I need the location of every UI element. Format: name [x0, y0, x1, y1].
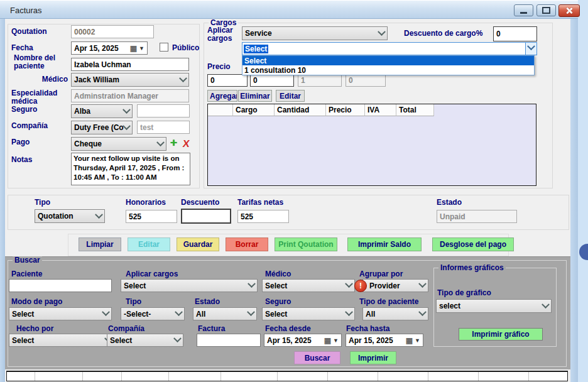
background-decoration — [579, 244, 588, 260]
chevron-down-icon — [418, 308, 427, 316]
fecha-datepicker[interactable]: Apr 15, 2025 ▦ ▼ — [71, 41, 148, 55]
close-button[interactable] — [558, 4, 580, 17]
descuento-field[interactable] — [181, 209, 231, 224]
medico-label: Médico — [11, 75, 68, 84]
descuento-cargo-field[interactable]: 0 — [493, 26, 537, 41]
chevron-down-icon — [418, 280, 427, 288]
column-header-cargo[interactable]: Cargo — [233, 104, 275, 116]
aplicar-cargos-combobox[interactable]: Service — [242, 26, 388, 40]
informes-graficos-label: Informes gráficos — [438, 264, 506, 271]
agregar-button[interactable]: Agregar — [207, 90, 237, 102]
qoutation-field[interactable]: 00002 — [71, 25, 154, 38]
results-grid-header[interactable] — [6, 371, 568, 381]
editar-button[interactable]: Editar — [128, 237, 170, 251]
charge-combobox[interactable]: Select — [242, 42, 537, 55]
column-header-cantidad[interactable]: Cantidad — [275, 104, 326, 116]
tipo-combobox[interactable]: Quotation — [35, 209, 105, 223]
honorarios-field[interactable]: 525 — [126, 210, 177, 223]
compania-value: Duty Free (Co — [74, 123, 124, 132]
calendar-icon: ▦ — [130, 45, 137, 52]
close-icon — [565, 7, 573, 14]
editar-row-button[interactable]: Editar — [276, 90, 305, 102]
chevron-down-icon — [542, 300, 550, 308]
column-header-iva[interactable]: IVA — [365, 104, 396, 116]
delete-payment-icon[interactable]: X — [182, 138, 190, 150]
imprimir-button[interactable]: Imprimir — [350, 351, 396, 364]
buscar-estado-combobox[interactable]: All — [193, 307, 257, 320]
nombre-label: Nombre del paciente — [14, 54, 68, 70]
buscar-compania-combobox[interactable]: Select — [107, 334, 183, 347]
buscar-seguro-combobox[interactable]: Select — [262, 307, 355, 320]
agrupar-por-combobox[interactable]: Provider — [362, 279, 428, 292]
pago-combobox[interactable]: Cheque — [71, 137, 166, 151]
eliminar-button[interactable]: Eliminar — [238, 90, 272, 102]
chevron-down-icon — [179, 74, 187, 82]
grid-column — [221, 372, 278, 381]
buscar-compania-label: Compañía — [108, 325, 144, 333]
add-payment-icon[interactable]: + — [170, 137, 177, 148]
notas-field[interactable]: Your next follow up visite is on Thursda… — [71, 153, 190, 185]
client-area: Qoutation 00002 Fecha Apr 15, 2025 ▦ ▼ P… — [5, 19, 570, 382]
modo-de-pago-value: Select — [12, 310, 34, 319]
hecho-por-combobox[interactable]: Select — [9, 334, 114, 347]
tipo-de-paciente-label: Tipo de paciente — [359, 298, 418, 306]
qoutation-label: Qoutation — [11, 28, 47, 36]
buscar-tipo-combobox[interactable]: -Select- — [121, 307, 185, 320]
column-header-rowselector[interactable] — [208, 104, 233, 116]
grid-column — [169, 372, 221, 381]
nombre-field[interactable]: Izabela Uchman — [71, 58, 189, 71]
hecho-por-label: Hecho por — [16, 325, 53, 333]
compania-combobox[interactable]: Duty Free (Co — [71, 121, 133, 134]
tipo-de-grafico-combobox[interactable]: select — [436, 299, 552, 313]
compania-extra-field[interactable]: test — [137, 121, 190, 134]
factura-label: Factura — [198, 325, 225, 333]
limpiar-button[interactable]: Limpiar — [79, 237, 121, 251]
print-qoutation-button[interactable]: Print Qoutation — [275, 237, 337, 251]
dropdown-item-select[interactable]: Select — [242, 56, 534, 65]
imprimir-grafico-button[interactable]: Imprimir gráfico — [459, 328, 543, 341]
precio-field-2[interactable]: 0 — [250, 74, 294, 87]
title-bar[interactable]: Facturas — [0, 0, 578, 19]
fecha-hasta-datepicker[interactable]: Apr 15, 2025 ▦ ▼ — [346, 334, 423, 347]
column-header-total[interactable]: Total — [396, 104, 434, 116]
chevron-down-icon — [95, 210, 103, 219]
especialidad-label: Especialidad médica — [11, 89, 67, 106]
borrar-button[interactable]: Borrar — [226, 237, 268, 251]
dropdown-arrow-icon: ▼ — [333, 337, 339, 344]
seguro-extra-field[interactable] — [137, 104, 190, 117]
modo-de-pago-combobox[interactable]: Select — [9, 307, 112, 320]
fecha-desde-datepicker[interactable]: Apr 15, 2025 ▦ ▼ — [264, 334, 342, 347]
imprimir-saldo-button[interactable]: Imprimir Saldo — [347, 237, 422, 251]
maximize-icon — [542, 7, 550, 14]
honorarios-label: Honorarios — [126, 199, 166, 207]
charge-dropdown-list: Select 1 consultation 10 — [242, 55, 535, 75]
medico-combobox[interactable]: Jack William — [71, 73, 189, 87]
charge-combobox-value: Select — [244, 45, 268, 53]
dropdown-item-consultation[interactable]: 1 consultation 10 — [242, 65, 534, 75]
paciente-field[interactable] — [9, 279, 112, 292]
buscar-button[interactable]: Buscar — [294, 351, 340, 364]
descuento-label: Descuento — [181, 199, 219, 207]
desglose-del-pago-button[interactable]: Desglose del pago — [432, 237, 514, 251]
publico-checkbox[interactable] — [160, 43, 168, 52]
chevron-down-icon — [122, 122, 131, 130]
buscar-medico-combobox[interactable]: Select — [262, 279, 355, 292]
tarifas-netas-field[interactable]: 525 — [237, 210, 289, 223]
guardar-button[interactable]: Guardar — [177, 237, 219, 251]
hecho-por-value: Select — [12, 336, 34, 345]
factura-field[interactable] — [197, 334, 261, 347]
combobox-arrow-button[interactable] — [525, 43, 536, 55]
seguro-value: Alba — [74, 107, 90, 116]
precio-field-1[interactable]: 0 — [207, 74, 248, 87]
chevron-down-icon — [102, 308, 110, 316]
maximize-button[interactable] — [536, 4, 556, 16]
buscar-group-label: Buscar — [13, 256, 42, 264]
grid-column — [7, 372, 35, 381]
buscar-aplicar-cargos-combobox[interactable]: Select — [121, 279, 258, 292]
column-header-precio[interactable]: Precio — [326, 104, 365, 116]
window-title: Facturas — [10, 6, 42, 15]
tipo-de-paciente-combobox[interactable]: All — [362, 307, 428, 320]
seguro-combobox[interactable]: Alba — [71, 104, 133, 118]
minimize-button[interactable] — [514, 4, 533, 16]
fecha-hasta-value: Apr 15, 2025 — [349, 336, 393, 345]
